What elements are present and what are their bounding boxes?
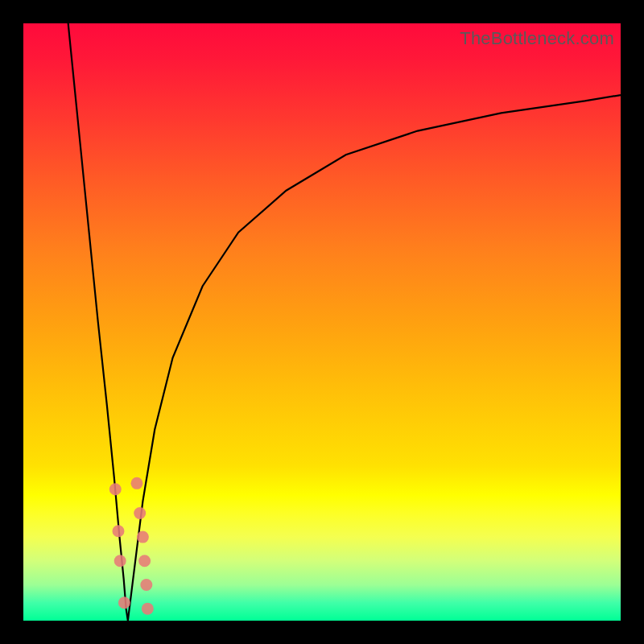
data-point [130, 477, 142, 489]
chart-svg [23, 23, 621, 621]
data-point [140, 579, 152, 591]
chart-frame: TheBottleneck.com [0, 0, 644, 644]
data-point [112, 525, 124, 537]
data-point [118, 597, 130, 609]
data-point [137, 531, 149, 543]
data-point [134, 507, 146, 519]
data-point [109, 483, 122, 495]
curve-path [68, 23, 621, 621]
data-point [142, 603, 154, 615]
data-point [114, 555, 126, 567]
plot-area: TheBottleneck.com [23, 23, 621, 621]
data-point [138, 555, 151, 567]
